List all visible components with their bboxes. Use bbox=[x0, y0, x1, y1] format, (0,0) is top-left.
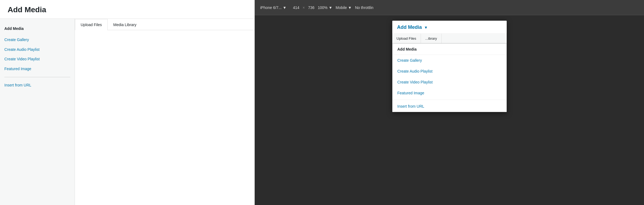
throttle-label: No throttlin bbox=[355, 5, 373, 10]
dropdown-item-insert-from-url[interactable]: Insert from URL bbox=[393, 101, 506, 112]
sidebar-title: Add Media bbox=[0, 24, 75, 35]
mobile-frame: Add Media ▼ Upload Files ...ibrary Add M… bbox=[392, 21, 507, 112]
sidebar-item-featured-image[interactable]: Featured Image bbox=[0, 64, 75, 74]
mode-label: Mobile bbox=[336, 5, 347, 10]
modal-header: Add Media bbox=[0, 0, 254, 19]
modal-body: Add Media Create Gallery Create Audio Pl… bbox=[0, 19, 254, 205]
mobile-dropdown-menu: Add Media Create Gallery Create Audio Pl… bbox=[392, 44, 507, 112]
device-toolbar: iPhone 6/7... ▼ 414 × 736 100% ▼ Mobile … bbox=[255, 0, 644, 15]
mobile-emulator-panel: iPhone 6/7... ▼ 414 × 736 100% ▼ Mobile … bbox=[255, 0, 644, 205]
sidebar-divider bbox=[4, 77, 70, 77]
mode-selector[interactable]: Mobile ▼ bbox=[336, 5, 352, 10]
mobile-dropdown-arrow-icon[interactable]: ▼ bbox=[424, 25, 428, 30]
sidebar-item-create-video-playlist[interactable]: Create Video Playlist bbox=[0, 54, 75, 64]
throttle-selector[interactable]: No throttlin bbox=[355, 5, 373, 10]
viewport-width: 414 bbox=[293, 5, 299, 10]
modal-title: Add Media bbox=[8, 5, 247, 14]
dropdown-item-create-gallery[interactable]: Create Gallery bbox=[393, 55, 506, 66]
mobile-tabs-row: Upload Files ...ibrary bbox=[392, 34, 507, 44]
device-dropdown-arrow: ▼ bbox=[283, 5, 287, 10]
sidebar-item-create-gallery[interactable]: Create Gallery bbox=[0, 35, 75, 45]
dropdown-divider bbox=[393, 100, 506, 100]
sidebar-item-insert-from-url[interactable]: Insert from URL bbox=[0, 80, 75, 90]
zoom-selector[interactable]: 100% ▼ bbox=[318, 5, 332, 10]
mobile-modal-header: Add Media ▼ bbox=[392, 21, 507, 34]
dropdown-item-create-video-playlist[interactable]: Create Video Playlist bbox=[393, 77, 506, 88]
device-name-label: iPhone 6/7... bbox=[260, 5, 282, 10]
sidebar: Add Media Create Gallery Create Audio Pl… bbox=[0, 19, 75, 205]
mobile-viewport: Add Media ▼ Upload Files ...ibrary Add M… bbox=[255, 15, 644, 205]
viewport-height: 736 bbox=[308, 5, 314, 10]
desktop-modal: Add Media Add Media Create Gallery Creat… bbox=[0, 0, 255, 205]
content-area: Upload Files Media Library bbox=[75, 19, 254, 205]
mobile-tab-upload[interactable]: Upload Files bbox=[392, 34, 421, 43]
times-sign: × bbox=[303, 5, 305, 10]
dropdown-item-featured-image[interactable]: Featured Image bbox=[393, 88, 506, 98]
device-selector[interactable]: iPhone 6/7... ▼ bbox=[260, 5, 286, 10]
tab-upload-files[interactable]: Upload Files bbox=[75, 19, 108, 30]
tab-content-area bbox=[75, 30, 254, 205]
sidebar-item-create-audio-playlist[interactable]: Create Audio Playlist bbox=[0, 45, 75, 55]
tabs-bar: Upload Files Media Library bbox=[75, 19, 254, 30]
mobile-modal-title: Add Media bbox=[397, 24, 422, 30]
dropdown-item-create-audio-playlist[interactable]: Create Audio Playlist bbox=[393, 66, 506, 77]
zoom-label: 100% bbox=[318, 5, 327, 10]
zoom-arrow: ▼ bbox=[329, 5, 332, 10]
tab-media-library[interactable]: Media Library bbox=[108, 19, 142, 30]
mobile-tab-library[interactable]: ...ibrary bbox=[421, 34, 442, 43]
dropdown-item-add-media[interactable]: Add Media bbox=[393, 44, 506, 55]
mode-arrow: ▼ bbox=[348, 5, 352, 10]
